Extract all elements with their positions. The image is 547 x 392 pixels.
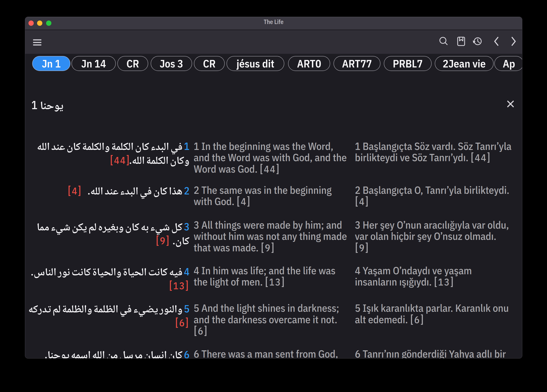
svg-text:يوحنا 1: يوحنا 1 <box>31 97 63 116</box>
svg-text:[44]: [44] <box>110 152 130 167</box>
svg-text:[4]: [4] <box>68 182 82 197</box>
svg-text:var olan hiçbir şey O’nsuz olm: var olan hiçbir şey O’nsuz olmadı. <box>355 229 496 243</box>
svg-text:birlikteydi ve Söz Tanrı’ydı.: birlikteydi ve Söz Tanrı’ydı. [44] <box>355 149 491 164</box>
svg-text:insanların ışığıydı. [13]: insanların ışığıydı. [13] <box>355 274 454 289</box>
svg-text:the light of men. [13]: the light of men. [13] <box>194 274 285 289</box>
svg-text:and the darkness overcame it n: and the darkness overcame it not. <box>194 313 337 326</box>
svg-text:[9]: [9] <box>355 239 369 254</box>
svg-text:6 Tanrı’nın gönderdiği Yahya a: 6 Tanrı’nın gönderdiği Yahya adlı bir <box>355 347 506 358</box>
svg-text:[9]: [9] <box>156 232 170 247</box>
svg-text:[13]: [13] <box>169 277 190 292</box>
svg-text:[6]: [6] <box>194 323 208 338</box>
svg-text:Word was God. [44]: Word was God. [44] <box>194 161 280 176</box>
svg-text:5 والنور يضيء في الظلمة والظلم: 5 والنور يضيء في الظلمة والظلمة لم تدركه <box>28 301 190 319</box>
svg-text:وكان الكلمة الله.: وكان الكلمة الله. <box>129 152 190 171</box>
svg-text:4 فيه كانت الحياة والحياة كانت: 4 فيه كانت الحياة والحياة كانت نور الناس… <box>31 264 190 282</box>
svg-text:[6]: [6] <box>175 314 190 329</box>
svg-text:6 كان انسان مرسل من الله اسمه: 6 كان انسان مرسل من الله اسمه يوحنا. <box>45 347 190 358</box>
svg-text:alt edemedi. [6]: alt edemedi. [6] <box>355 311 424 326</box>
svg-text:كان.: كان. <box>172 233 190 251</box>
svg-text:[4]: [4] <box>355 193 369 208</box>
svg-text:2 هذا كان في البدء عند الله.: 2 هذا كان في البدء عند الله. <box>87 183 190 201</box>
svg-text:2 Başlangıçta O, Tanrı’yla bir: 2 Başlangıçta O, Tanrı’yla birlikteydi. <box>355 183 509 197</box>
svg-text:6 There was a man sent from Go: 6 There was a man sent from God, <box>194 347 338 358</box>
svg-text:with God. [4]: with God. [4] <box>194 193 251 208</box>
svg-text:that was made. [9]: that was made. [9] <box>194 239 275 254</box>
